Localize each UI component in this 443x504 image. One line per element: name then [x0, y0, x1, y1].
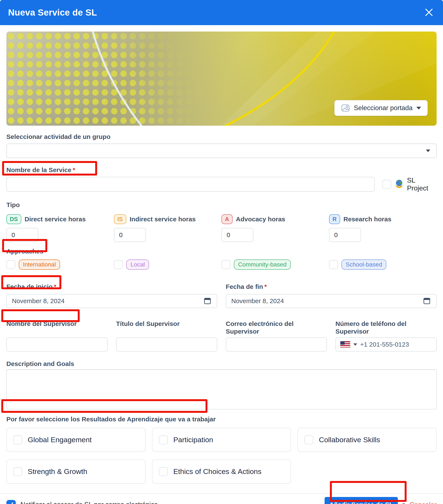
research-label: Research horas [344, 216, 391, 223]
outcome-ethics[interactable]: Ethics of Choices & Actions [152, 459, 291, 484]
supervisor-inputs-row: +1 201-555-0123 [6, 337, 437, 351]
supervisor-title-label: Título del Supervisor [116, 320, 217, 335]
calendar-icon [203, 296, 212, 306]
end-date-value: November 8, 2024 [231, 297, 284, 305]
approach-international: International [6, 259, 114, 270]
approach-school: School-based [329, 259, 437, 270]
start-date-value: November 8, 2024 [12, 297, 65, 305]
tipo-grid: DS Direct service horas IS Indirect serv… [6, 214, 437, 242]
local-pill: Local [126, 259, 149, 270]
modal-title: Nueva Service de SL [8, 7, 97, 18]
phone-placeholder: +1 201-555-0123 [360, 341, 409, 348]
outcomes-row-2: Strength & Growth Ethics of Choices & Ac… [6, 459, 437, 484]
chevron-down-icon [416, 107, 421, 109]
community-based-checkbox[interactable] [221, 260, 230, 269]
school-based-checkbox[interactable] [329, 260, 338, 269]
group-activity-label: Seleccionar actividad de un grupo [6, 133, 437, 141]
chevron-down-icon [426, 149, 430, 152]
service-name-input[interactable] [6, 177, 375, 192]
service-name-label: Nombre de la Service* [6, 166, 437, 174]
approach-community: Community-based [221, 259, 329, 270]
supervisor-labels-row: Nombre del Supervisor Título del Supervi… [6, 320, 437, 335]
or-label: o [402, 501, 406, 504]
community-based-pill: Community-based [234, 259, 291, 270]
group-activity-select[interactable] [6, 144, 437, 158]
is-badge: IS [114, 214, 126, 224]
advocacy-field: A Advocacy horas [221, 214, 329, 242]
direct-service-hours-input[interactable] [6, 228, 38, 242]
required-asterisk: * [264, 283, 267, 290]
image-icon [341, 104, 350, 112]
select-cover-button[interactable]: Seleccionar portada [334, 100, 428, 116]
international-pill: International [19, 259, 60, 270]
new-service-modal: Nueva Service de SL [0, 0, 443, 504]
outcomes-row-1: Global Engagement Participation Collabor… [6, 428, 437, 452]
direct-service-label: Direct service horas [25, 216, 86, 223]
dates-inputs-row: November 8, 2024 November 8, 2024 [6, 290, 437, 308]
end-date-label: Fecha de fin* [226, 283, 437, 290]
close-icon [424, 7, 434, 18]
international-checkbox[interactable] [6, 260, 15, 269]
research-field: R Research horas [329, 214, 437, 242]
outcome-global-engagement[interactable]: Global Engagement [6, 428, 145, 452]
start-date-label: Fecha de inicio* [6, 283, 217, 290]
outcome-strength-growth[interactable]: Strength & Growth [6, 459, 145, 484]
school-based-pill: School-based [341, 259, 386, 270]
notify-label: Notificar al asesor de SL por correo ele… [20, 501, 158, 504]
outcomes-label: Por favor seleccione los Resultados de A… [6, 415, 437, 423]
required-asterisk: * [54, 283, 56, 290]
supervisor-email-input[interactable] [226, 337, 327, 351]
r-badge: R [329, 214, 340, 224]
dates-labels-row: Fecha de inicio* Fecha de fin* [6, 283, 437, 290]
close-button[interactable] [423, 7, 435, 18]
participation-checkbox[interactable] [159, 435, 168, 444]
local-checkbox[interactable] [114, 260, 123, 269]
supervisor-phone-input[interactable]: +1 201-555-0123 [336, 337, 437, 351]
supervisor-name-input[interactable] [6, 337, 107, 351]
cover-banner: Seleccionar portada [6, 32, 437, 126]
advocacy-label: Advocacy horas [236, 216, 285, 223]
ethics-checkbox[interactable] [159, 467, 168, 476]
ds-badge: DS [6, 214, 21, 224]
globe-hands-icon [394, 179, 404, 190]
cancel-link[interactable]: Cancelar [409, 501, 437, 504]
indirect-service-hours-input[interactable] [114, 228, 146, 242]
direct-service-field: DS Direct service horas [6, 214, 114, 242]
indirect-service-field: IS Indirect service horas [114, 214, 221, 242]
select-cover-label: Seleccionar portada [354, 104, 412, 112]
sl-project-label: SL Project [407, 176, 437, 192]
strength-growth-checkbox[interactable] [13, 467, 22, 476]
supervisor-phone-label: Número de teléfono del Supervisor [336, 320, 437, 335]
supervisor-title-input[interactable] [116, 337, 217, 351]
approach-local: Local [114, 259, 221, 270]
outcome-collaborative-skills[interactable]: Collaborative Skills [298, 428, 437, 452]
outcome-participation[interactable]: Participation [152, 428, 291, 452]
required-asterisk: * [73, 166, 75, 173]
global-engagement-checkbox[interactable] [13, 435, 22, 444]
start-date-input[interactable]: November 8, 2024 [6, 294, 217, 308]
description-label: Description and Goals [6, 360, 437, 368]
calendar-icon [423, 296, 431, 306]
notify-checkbox[interactable] [6, 500, 16, 504]
chevron-down-icon[interactable] [353, 343, 357, 346]
tipo-label: Tipo [6, 201, 437, 209]
approaches-grid: International Local Community-based Scho… [6, 259, 437, 270]
us-flag-icon [340, 341, 350, 348]
end-date-input[interactable]: November 8, 2024 [226, 294, 437, 308]
supervisor-name-label: Nombre del Supervisor [6, 320, 107, 335]
sl-project-checkbox[interactable] [382, 180, 391, 189]
supervisor-email-label: Correo electrónico del Supervisor [226, 320, 327, 335]
description-textarea[interactable] [6, 369, 437, 409]
add-service-button[interactable]: Añadir Service de SL [325, 497, 398, 504]
service-name-row: SL Project [6, 176, 437, 192]
indirect-service-label: Indirect service horas [130, 216, 196, 223]
research-hours-input[interactable] [329, 228, 361, 242]
advocacy-hours-input[interactable] [221, 228, 253, 242]
modal-footer: Notificar al asesor de SL por correo ele… [0, 493, 443, 504]
checkmark-icon [8, 501, 14, 504]
footer-actions: Añadir Service de SL o Cancelar [325, 497, 437, 504]
a-badge: A [221, 214, 232, 224]
notify-group: Notificar al asesor de SL por correo ele… [6, 500, 158, 504]
collaborative-skills-checkbox[interactable] [304, 435, 313, 444]
approaches-label: Approaches [6, 248, 437, 255]
